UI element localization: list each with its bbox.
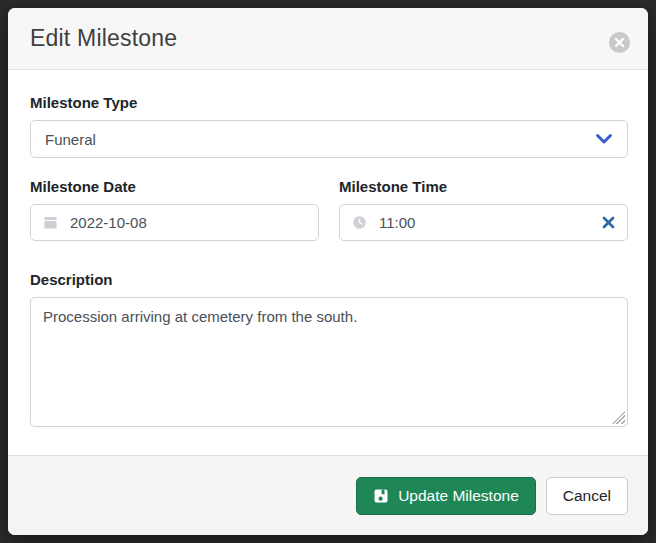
close-button[interactable] <box>609 32 630 53</box>
edit-milestone-dialog: Edit Milestone Milestone Type Funeral Mi… <box>8 8 648 535</box>
modal-footer: Update Milestone Cancel <box>8 455 648 535</box>
modal-header: Edit Milestone <box>8 8 648 70</box>
milestone-type-value: Funeral <box>45 131 595 148</box>
update-milestone-label: Update Milestone <box>398 487 519 505</box>
close-icon <box>614 37 625 48</box>
milestone-type-label: Milestone Type <box>30 94 628 111</box>
chevron-down-icon <box>595 133 613 145</box>
cancel-button[interactable]: Cancel <box>546 477 628 515</box>
update-milestone-button[interactable]: Update Milestone <box>356 477 536 515</box>
milestone-date-label: Milestone Date <box>30 178 319 195</box>
clear-time-button[interactable] <box>602 216 615 229</box>
description-label: Description <box>30 271 628 288</box>
clock-icon <box>352 215 367 230</box>
milestone-time-group <box>339 204 628 241</box>
save-floppy-icon <box>373 488 389 504</box>
cancel-label: Cancel <box>563 487 611 505</box>
milestone-type-select[interactable]: Funeral <box>30 120 628 158</box>
modal-body: Milestone Type Funeral Milestone Date <box>8 70 648 455</box>
milestone-time-label: Milestone Time <box>339 178 628 195</box>
calendar-icon <box>43 215 58 230</box>
x-icon <box>602 216 615 229</box>
milestone-date-input[interactable] <box>70 214 306 231</box>
modal-title: Edit Milestone <box>30 25 609 52</box>
milestone-time-input[interactable] <box>379 214 590 231</box>
description-textarea[interactable]: Procession arriving at cemetery from the… <box>30 297 628 427</box>
milestone-date-group <box>30 204 319 241</box>
description-wrap: Procession arriving at cemetery from the… <box>30 297 628 427</box>
